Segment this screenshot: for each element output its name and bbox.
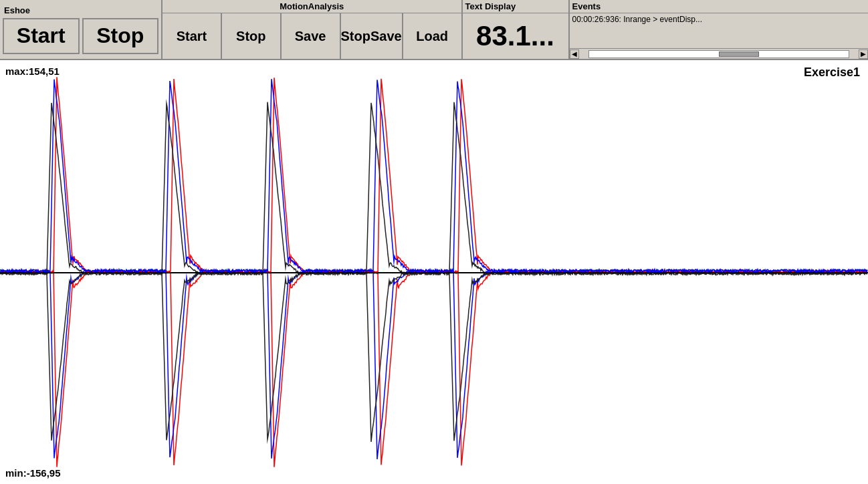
eshoe-title: Eshoe	[3, 5, 30, 15]
motion-buttons: Start Stop Save StopSave Load	[162, 13, 461, 59]
scrollbar-right-button[interactable]: ▶	[859, 49, 868, 59]
motion-stopsave-button[interactable]: StopSave	[340, 13, 403, 59]
scrollbar-track[interactable]	[588, 50, 850, 58]
text-display-panel: Text Display 83.1...	[463, 0, 570, 59]
motion-start-button[interactable]: Start	[162, 13, 221, 59]
scrollbar-thumb[interactable]	[719, 51, 759, 57]
text-display-title: Text Display	[463, 0, 568, 13]
chart-max-label: max:154,51	[5, 66, 60, 77]
eshoe-stop-button[interactable]: Stop	[82, 18, 159, 54]
chart-min-label: min:-156,95	[5, 467, 61, 479]
eshoe-panel: Eshoe Start Stop	[0, 0, 162, 59]
text-display-value: 83.1...	[463, 13, 568, 59]
motion-title: MotionAnalysis	[162, 0, 461, 13]
chart-divider	[0, 272, 868, 273]
chart-exercise-label: Exercise1	[804, 66, 860, 80]
events-scrollbar: ◀ ▶	[570, 48, 869, 59]
scrollbar-left-button[interactable]: ◀	[570, 49, 579, 59]
events-title: Events	[570, 0, 869, 13]
events-panel: Events 00:00:26:936: Inrange > eventDisp…	[570, 0, 869, 59]
motion-save-button[interactable]: Save	[281, 13, 340, 59]
events-content: 00:00:26:936: Inrange > eventDisp...	[570, 13, 869, 48]
eshoe-start-button[interactable]: Start	[3, 18, 80, 54]
chart-area: max:154,51 min:-156,95 Exercise1	[0, 60, 868, 484]
motion-load-button[interactable]: Load	[403, 13, 461, 59]
motion-panel: MotionAnalysis Start Stop Save StopSave …	[162, 0, 463, 59]
motion-stop-button[interactable]: Stop	[221, 13, 281, 59]
